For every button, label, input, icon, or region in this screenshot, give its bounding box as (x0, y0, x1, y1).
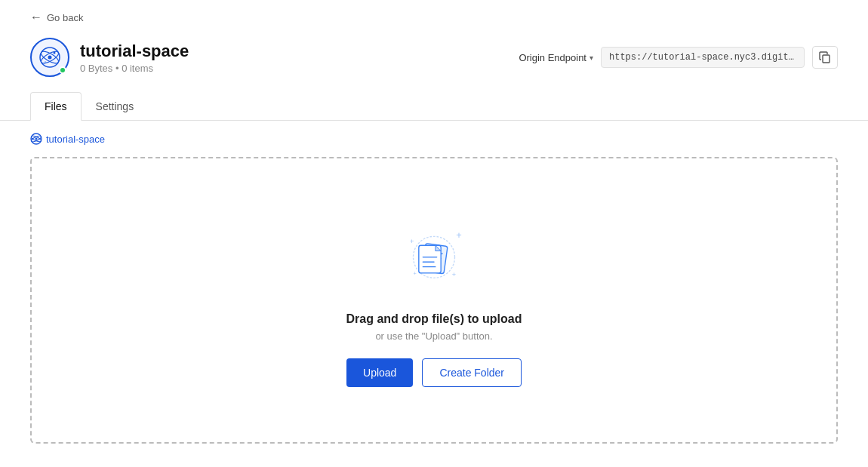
drag-drop-subtitle: or use the "Upload" button. (375, 330, 492, 342)
go-back-label: Go back (47, 12, 83, 23)
tabs-list: Files Settings (30, 92, 838, 120)
tabs-section: Files Settings (0, 92, 868, 121)
space-logo-circle (30, 38, 69, 77)
status-dot (59, 66, 66, 74)
page-header: tutorial-space 0 Bytes • 0 items Origin … (0, 30, 868, 92)
copy-url-button[interactable] (812, 46, 838, 69)
space-text: tutorial-space 0 Bytes • 0 items (80, 41, 189, 74)
create-folder-button[interactable]: Create Folder (422, 358, 522, 387)
action-buttons: Upload Create Folder (346, 358, 522, 387)
endpoint-dropdown[interactable]: Origin Endpoint ▾ (519, 52, 593, 63)
chevron-down-icon: ▾ (589, 54, 593, 62)
breadcrumb-label: tutorial-space (46, 134, 105, 145)
svg-rect-6 (823, 55, 830, 63)
space-info: tutorial-space 0 Bytes • 0 items (30, 38, 189, 77)
space-orbit-icon (38, 45, 62, 69)
svg-point-4 (54, 52, 56, 54)
breadcrumb: tutorial-space (30, 133, 838, 145)
svg-text:+: + (410, 237, 414, 244)
back-arrow-icon: ← (30, 11, 42, 24)
svg-point-3 (48, 56, 52, 60)
upload-button[interactable]: Upload (346, 358, 413, 387)
space-title: tutorial-space (80, 41, 189, 61)
copy-icon (819, 51, 831, 63)
tab-settings[interactable]: Settings (82, 92, 149, 121)
space-meta: 0 Bytes • 0 items (80, 63, 189, 74)
tab-files[interactable]: Files (30, 92, 82, 121)
endpoint-label-text: Origin Endpoint (519, 52, 586, 63)
go-back-link[interactable]: ← Go back (30, 11, 83, 24)
file-illustration: + + + + (392, 214, 476, 297)
svg-text:+: + (456, 229, 461, 241)
top-nav: ← Go back (0, 0, 868, 30)
svg-text:+: + (414, 269, 417, 276)
folder-icon (30, 133, 42, 145)
endpoint-url: https://tutorial-space.nyc3.digital (601, 47, 805, 68)
endpoint-section: Origin Endpoint ▾ https://tutorial-space… (519, 46, 838, 69)
svg-point-10 (35, 138, 38, 140)
breadcrumb-link[interactable]: tutorial-space (30, 133, 105, 145)
drop-zone[interactable]: + + + + Drag and drop file(s) to upload … (30, 157, 838, 444)
svg-text:+: + (452, 270, 456, 278)
svg-point-5 (45, 61, 46, 63)
drag-drop-title: Drag and drop file(s) to upload (346, 312, 522, 326)
space-logo (30, 38, 69, 77)
main-content: tutorial-space + + + + Dra (0, 121, 868, 456)
